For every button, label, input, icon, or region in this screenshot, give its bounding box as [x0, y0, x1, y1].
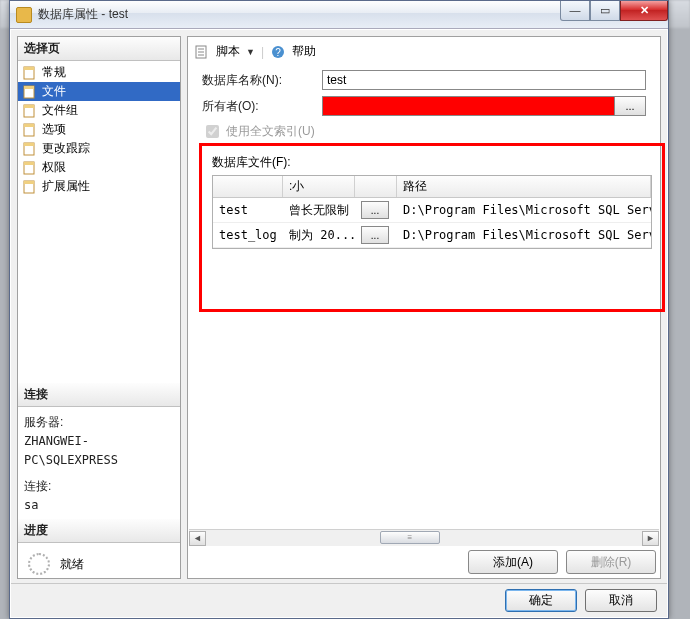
connection-label: 连接: [24, 477, 174, 496]
dialog-footer: 确定 取消 [11, 583, 667, 617]
scroll-right-icon[interactable]: ► [642, 531, 659, 546]
file-path: D:\Program Files\Microsoft SQL Server\MS… [397, 200, 651, 220]
db-name-label: 数据库名称(N): [202, 72, 322, 89]
progress-spinner-icon [28, 553, 50, 575]
progress-status: 就绪 [60, 556, 84, 573]
dropdown-icon[interactable]: ▼ [246, 47, 255, 57]
nav-label: 文件组 [42, 102, 78, 119]
script-button[interactable]: 脚本 [216, 43, 240, 60]
svg-rect-7 [24, 124, 34, 127]
server-label: 服务器: [24, 413, 174, 432]
svg-rect-1 [24, 67, 34, 70]
nav-label: 权限 [42, 159, 66, 176]
connection-value: sa [24, 496, 174, 515]
table-row[interactable]: test_log 制为 20... ... D:\Program Files\M… [213, 223, 651, 248]
help-icon: ? [270, 44, 286, 60]
nav-label: 更改跟踪 [42, 140, 90, 157]
titlebar[interactable]: 数据库属性 - test — ▭ ✕ [10, 1, 668, 29]
dialog-window: 数据库属性 - test — ▭ ✕ 选择页 常规 文件 文件组 选项 更改跟踪… [9, 0, 669, 619]
page-icon [22, 141, 38, 157]
minimize-button[interactable]: — [560, 1, 590, 21]
file-growth: 制为 20... [283, 224, 355, 247]
left-pane: 选择页 常规 文件 文件组 选项 更改跟踪 权限 扩展属性 连接 服务器: ZH… [17, 36, 181, 579]
select-page-header: 选择页 [18, 37, 180, 61]
table-row[interactable]: test 曾长无限制 ... D:\Program Files\Microsof… [213, 198, 651, 223]
highlight-box: 数据库文件(F): :小 路径 test 曾长无限制 ... D:\Pr [199, 143, 665, 312]
scroll-left-icon[interactable]: ◄ [189, 531, 206, 546]
svg-text:?: ? [275, 47, 281, 58]
nav-label: 文件 [42, 83, 66, 100]
ok-button[interactable]: 确定 [505, 589, 577, 612]
file-growth: 曾长无限制 [283, 199, 355, 222]
remove-button: 删除(R) [566, 550, 656, 574]
grid-header: :小 路径 [213, 176, 651, 198]
add-button[interactable]: 添加(A) [468, 550, 558, 574]
owner-browse-button[interactable]: ... [614, 96, 646, 116]
page-icon [22, 65, 38, 81]
page-icon [22, 84, 38, 100]
window-title: 数据库属性 - test [38, 6, 560, 23]
file-name: test_log [213, 225, 283, 245]
nav-options[interactable]: 选项 [18, 120, 180, 139]
fulltext-label: 使用全文索引(U) [226, 123, 315, 140]
page-icon [22, 179, 38, 195]
svg-rect-13 [24, 181, 34, 184]
svg-rect-9 [24, 143, 34, 146]
connection-header: 连接 [18, 383, 180, 407]
scroll-thumb[interactable]: ≡ [380, 531, 440, 544]
col-path: 路径 [397, 176, 651, 197]
page-icon [22, 103, 38, 119]
server-value: ZHANGWEI-PC\SQLEXPRESS [24, 432, 174, 470]
nav-general[interactable]: 常规 [18, 63, 180, 82]
files-label: 数据库文件(F): [212, 154, 652, 171]
maximize-button[interactable]: ▭ [590, 1, 620, 21]
file-path: D:\Program Files\Microsoft SQL Server\MS… [397, 225, 651, 245]
col-size: :小 [283, 176, 355, 197]
svg-rect-11 [24, 162, 34, 165]
nav-label: 选项 [42, 121, 66, 138]
toolbar: 脚本 ▼ | ? 帮助 [188, 37, 660, 70]
fulltext-checkbox [206, 125, 219, 138]
help-button[interactable]: 帮助 [292, 43, 316, 60]
owner-input-redacted[interactable] [322, 96, 614, 116]
nav-extendedprops[interactable]: 扩展属性 [18, 177, 180, 196]
db-name-input[interactable] [322, 70, 646, 90]
nav-label: 扩展属性 [42, 178, 90, 195]
file-name: test [213, 200, 283, 220]
nav-changetracking[interactable]: 更改跟踪 [18, 139, 180, 158]
horizontal-scrollbar[interactable]: ◄ ≡ ► [189, 529, 659, 546]
cancel-button[interactable]: 取消 [585, 589, 657, 612]
nav-files[interactable]: 文件 [18, 82, 180, 101]
script-icon [194, 44, 210, 60]
close-button[interactable]: ✕ [620, 1, 668, 21]
progress-header: 进度 [18, 519, 180, 543]
svg-rect-3 [24, 86, 34, 89]
nav-label: 常规 [42, 64, 66, 81]
nav-list: 常规 文件 文件组 选项 更改跟踪 权限 扩展属性 [18, 61, 180, 198]
owner-label: 所有者(O): [202, 98, 322, 115]
row-browse-button[interactable]: ... [361, 201, 389, 219]
nav-permissions[interactable]: 权限 [18, 158, 180, 177]
svg-rect-5 [24, 105, 34, 108]
right-pane: 脚本 ▼ | ? 帮助 数据库名称(N): 所有者(O): ... 使 [187, 36, 661, 579]
nav-filegroups[interactable]: 文件组 [18, 101, 180, 120]
app-icon [16, 7, 32, 23]
page-icon [22, 160, 38, 176]
page-icon [22, 122, 38, 138]
row-browse-button[interactable]: ... [361, 226, 389, 244]
files-grid[interactable]: :小 路径 test 曾长无限制 ... D:\Program Files\Mi… [212, 175, 652, 249]
